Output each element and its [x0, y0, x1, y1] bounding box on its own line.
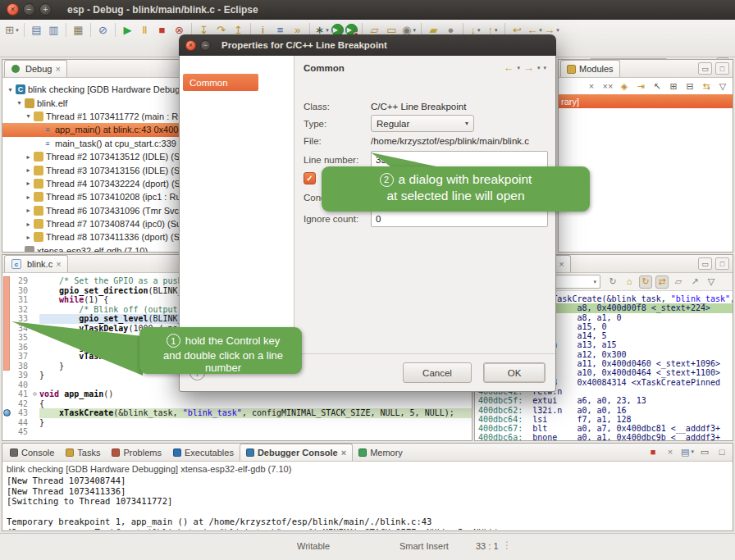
ok-button[interactable]: OK: [483, 362, 546, 383]
expand-all-icon[interactable]: ⊞: [667, 80, 680, 93]
minimize-icon[interactable]: ▭: [698, 445, 711, 458]
breakpoint-icon[interactable]: [3, 409, 11, 417]
goto-file-icon[interactable]: ⇥: [634, 80, 647, 93]
new-view-icon[interactable]: ▱: [672, 275, 685, 289]
sync-selection-icon[interactable]: ⇄: [655, 275, 669, 289]
expand-arrow-icon[interactable]: ▸: [24, 153, 33, 161]
tab-executables[interactable]: Executables: [167, 444, 240, 461]
expand-arrow-icon[interactable]: ▸: [24, 234, 33, 241]
tab-debugger-console[interactable]: Debugger Console: [240, 444, 353, 461]
tab-console[interactable]: Console: [4, 444, 60, 461]
toolbar-separator: [66, 23, 66, 37]
expand-arrow-icon[interactable]: ▸: [24, 207, 33, 214]
dialog-close-button[interactable]: ×: [185, 40, 196, 51]
cancel-button[interactable]: Cancel: [403, 362, 472, 383]
expand-arrow-icon[interactable]: ▸: [24, 193, 33, 201]
terminate-icon[interactable]: ■: [646, 445, 660, 458]
chevron-down-icon: ▾: [593, 279, 596, 285]
maximize-icon[interactable]: □: [715, 257, 729, 270]
window-titlebar[interactable]: × − + esp - Debug - blink/main/blink.c -…: [0, 0, 735, 20]
line-number[interactable]: 32: [12, 305, 30, 315]
display-selected-console-icon[interactable]: ▤▾: [681, 445, 694, 458]
status-drag-handle: ⋮: [502, 540, 512, 551]
line-number[interactable]: 29: [12, 276, 30, 286]
type-select[interactable]: Regular ▾: [371, 115, 474, 132]
remove-launch-icon[interactable]: ×: [664, 445, 677, 458]
forward-arrow-icon[interactable]: →: [523, 61, 534, 74]
expand-arrow-icon[interactable]: ▾: [24, 112, 33, 120]
view-menu-icon[interactable]: ▽: [705, 275, 718, 289]
save-icon[interactable]: ▤: [29, 22, 44, 38]
back-arrow-icon[interactable]: ←: [503, 61, 514, 74]
expand-arrow-icon[interactable]: ▾: [6, 86, 15, 93]
dialog-minimize-button[interactable]: −: [200, 40, 211, 51]
console-line: [Switching to Thread 1073411772]: [7, 496, 731, 507]
deselect-icon[interactable]: ↖: [651, 80, 664, 93]
skip-all-breakpoints-icon[interactable]: ⊘: [95, 22, 111, 38]
line-number[interactable]: 41: [12, 389, 30, 399]
maximize-icon[interactable]: □: [715, 62, 729, 75]
suspend-icon[interactable]: Ⅱ: [137, 22, 153, 38]
view-menu-icon[interactable]: ▽: [716, 80, 729, 93]
remove-all-icon[interactable]: ××: [601, 80, 614, 93]
maximize-icon[interactable]: □: [715, 445, 728, 458]
tab-debug[interactable]: Debug: [4, 60, 67, 77]
console-output[interactable]: [New Thread 1073408744][New Thread 10734…: [7, 476, 731, 530]
refresh-view-icon[interactable]: ↻: [606, 275, 619, 289]
expand-arrow-icon[interactable]: ▸: [24, 221, 33, 228]
tab-blink-c[interactable]: c blink.c: [4, 255, 68, 272]
line-number[interactable]: 44: [12, 418, 30, 428]
close-icon[interactable]: [55, 65, 60, 74]
resume-icon[interactable]: ▶: [120, 22, 135, 38]
remove-icon[interactable]: ×: [585, 80, 598, 93]
line-number[interactable]: 31: [12, 295, 30, 305]
chevron-down-icon: ▾: [326, 27, 329, 34]
collapse-all-icon[interactable]: ⊟: [683, 80, 696, 93]
dialog-titlebar[interactable]: × − Properties for C/C++ Line Breakpoint: [179, 34, 556, 56]
window-close-button[interactable]: ×: [7, 3, 19, 16]
tab-modules[interactable]: Modules: [560, 60, 620, 77]
terminate-icon[interactable]: ■: [154, 22, 170, 38]
window-maximize-button[interactable]: +: [39, 3, 52, 16]
view-menu-icon[interactable]: ▾: [543, 65, 546, 71]
close-icon[interactable]: [341, 448, 346, 458]
close-icon[interactable]: [56, 260, 61, 269]
minimize-icon[interactable]: ▭: [698, 257, 712, 270]
sync-active-context-icon[interactable]: ↻: [639, 275, 652, 289]
line-number[interactable]: 40: [12, 380, 30, 390]
close-icon[interactable]: [559, 260, 564, 269]
binary-console-icon[interactable]: ▦: [71, 22, 86, 38]
line-number[interactable]: 42: [12, 399, 30, 409]
bug-icon: [11, 65, 20, 73]
disassembly-line: 400dbc5f: extui a6, a0, 23, 13: [475, 396, 733, 405]
home-icon[interactable]: ⌂: [623, 275, 636, 289]
line-number[interactable]: 30: [12, 286, 30, 296]
load-symbols-icon[interactable]: ◈: [618, 80, 631, 93]
chevron-down-icon[interactable]: ▾: [537, 65, 541, 71]
disassembly-line: 400dbc62: l32i.n a0, a0, 16: [475, 406, 733, 415]
gdb-icon: [25, 246, 34, 252]
frame-icon: ≡: [43, 125, 52, 134]
new-wizard-icon[interactable]: ⊞▾: [4, 22, 20, 38]
tab-tasks[interactable]: Tasks: [60, 444, 106, 461]
line-number[interactable]: 45: [12, 427, 30, 437]
expand-arrow-icon[interactable]: ▸: [24, 166, 33, 174]
window-minimize-button[interactable]: −: [23, 3, 35, 16]
tab-problems[interactable]: Problems: [106, 444, 167, 461]
expand-arrow-icon[interactable]: ▸: [24, 180, 33, 187]
status-insert-mode: Smart Insert: [399, 541, 449, 551]
enabled-checkbox[interactable]: [304, 172, 316, 184]
line-number[interactable]: 43: [12, 408, 30, 418]
modules-selected-row[interactable]: rary]: [559, 94, 733, 108]
ignore-count-field[interactable]: [371, 210, 548, 227]
minimize-icon[interactable]: ▭: [698, 62, 712, 75]
refresh-icon[interactable]: ⇆: [700, 80, 713, 93]
save-all-icon[interactable]: ▥: [46, 22, 62, 38]
expand-arrow-icon[interactable]: ▾: [15, 99, 24, 107]
chevron-down-icon: ▾: [413, 27, 416, 34]
open-new-view-icon[interactable]: ↗: [688, 275, 701, 289]
chevron-down-icon[interactable]: ▾: [517, 65, 520, 71]
tab-memory[interactable]: Memory: [353, 444, 409, 461]
sidebar-item-common[interactable]: Common: [183, 74, 258, 91]
console-line: [New Thread 1073411336]: [7, 486, 731, 497]
